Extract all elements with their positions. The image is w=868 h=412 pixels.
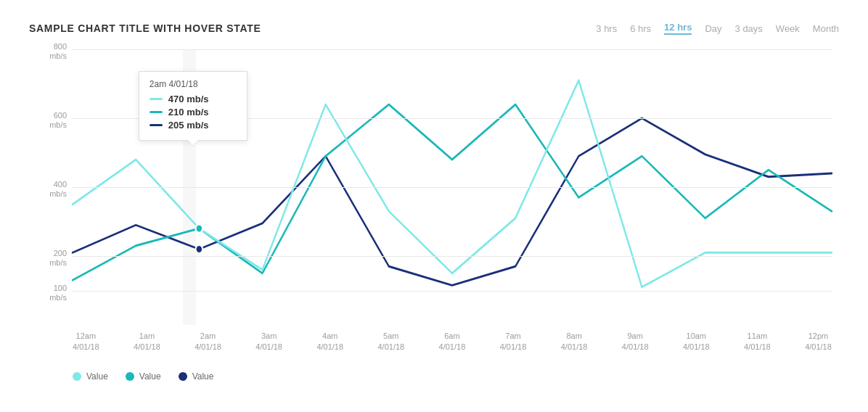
y-axis-label: 400mb/s: [49, 180, 67, 199]
legend-dot: [179, 372, 187, 381]
chart-title: SAMPLE CHART TITLE WITH HOVER STATE: [29, 22, 261, 34]
legend-label: Value: [86, 371, 108, 382]
chart-area: 800mb/s600mb/s400mb/s200mb/s100mb/s 2am …: [29, 49, 839, 361]
x-axis-label: 8am4/01/18: [561, 331, 588, 353]
x-axis-label: 2am4/01/18: [195, 331, 221, 353]
x-axis-label: 12am4/01/18: [73, 331, 99, 353]
grid-line: [73, 187, 832, 188]
x-axis-label: 6am4/01/18: [439, 331, 466, 353]
time-btn-day[interactable]: Day: [705, 23, 721, 34]
x-axis-label: 11am4/01/18: [744, 331, 771, 353]
grid-line: [73, 291, 832, 292]
chart-container: SAMPLE CHART TITLE WITH HOVER STATE 3 hr…: [0, 0, 868, 412]
legend-item: Value: [73, 371, 108, 382]
x-axis-label: 3am4/01/18: [255, 331, 282, 353]
svg-point-2: [196, 245, 203, 254]
y-axis-label: 200mb/s: [49, 249, 67, 268]
svg-point-1: [196, 224, 203, 233]
time-btn-3-days[interactable]: 3 days: [735, 23, 763, 34]
y-axis-label: 600mb/s: [49, 111, 67, 130]
grid-line: [73, 118, 832, 119]
x-axis-label: 10am4/01/18: [683, 331, 710, 353]
legend-dot: [126, 372, 134, 381]
x-axis-label: 4am4/01/18: [316, 331, 343, 353]
legend-item: Value: [179, 371, 214, 382]
legend-dot: [73, 372, 81, 381]
time-btn-month[interactable]: Month: [813, 23, 839, 34]
x-axis-label: 7am4/01/18: [500, 331, 527, 353]
x-axis-label: 1am4/01/18: [134, 331, 160, 353]
chart-header: SAMPLE CHART TITLE WITH HOVER STATE 3 hr…: [29, 22, 839, 35]
y-axis-label: 800mb/s: [49, 42, 67, 61]
time-btn-12-hrs[interactable]: 12 hrs: [664, 22, 692, 35]
time-controls: 3 hrs6 hrs12 hrsDay3 daysWeekMonth: [596, 22, 839, 35]
time-btn-week[interactable]: Week: [776, 23, 800, 34]
legend-item: Value: [126, 371, 161, 382]
y-axis: 800mb/s600mb/s400mb/s200mb/s100mb/s: [29, 49, 73, 325]
time-btn-6-hrs[interactable]: 6 hrs: [630, 23, 651, 34]
y-axis-label: 100mb/s: [49, 284, 67, 302]
grid-line: [73, 49, 832, 50]
time-btn-3-hrs[interactable]: 3 hrs: [596, 23, 617, 34]
legend-label: Value: [192, 371, 214, 382]
legend-label: Value: [139, 371, 161, 382]
x-axis-label: 9am4/01/18: [622, 331, 649, 353]
x-axis: 12am4/01/181am4/01/182am4/01/183am4/01/1…: [73, 325, 832, 361]
x-axis-label: 12pm4/01/18: [805, 331, 832, 353]
legend: ValueValueValue: [73, 371, 839, 382]
x-axis-label: 5am4/01/18: [377, 331, 404, 353]
grid-line: [73, 256, 832, 257]
